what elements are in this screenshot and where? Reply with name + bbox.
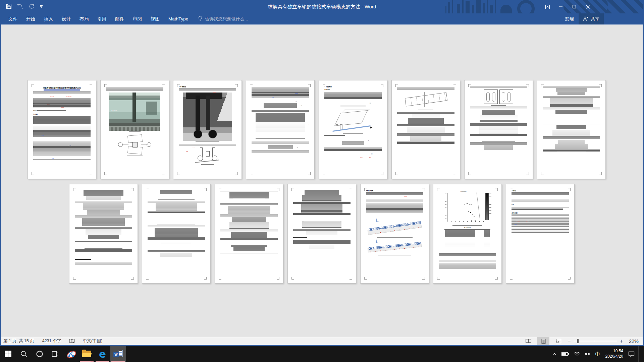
text-lines — [324, 149, 382, 151]
page-thumbnail-8[interactable] — [537, 80, 606, 179]
read-mode-button[interactable] — [522, 337, 534, 345]
eigenvalues-chart: Eigenvalues — [443, 190, 492, 225]
page-thumbnail-5[interactable]: 3 车辆模型3.1 运动学(5)(6)(7) — [319, 80, 387, 179]
undo-icon[interactable] — [17, 3, 23, 10]
page-thumbnail-4[interactable]: (1)(2)(3)(4) — [246, 80, 315, 179]
zoom-in-button[interactable]: + — [620, 339, 623, 344]
text-lines — [543, 136, 600, 140]
text-lines — [33, 92, 91, 104]
equation-block — [484, 145, 513, 150]
taskbar-task-view-button[interactable] — [47, 346, 63, 362]
page-thumbnail-1[interactable]: 求解具有独立旋转车轮的铰接式车辆模态的方法关键词:1 介绍 — [28, 80, 96, 179]
text-lines — [148, 226, 205, 228]
action-center-icon[interactable] — [626, 351, 637, 357]
minimize-icon[interactable] — [554, 0, 568, 13]
web-layout-button[interactable] — [552, 337, 565, 345]
text-lines — [220, 252, 278, 254]
equation-block — [86, 230, 121, 235]
text-lines — [75, 249, 132, 252]
zoom-out-button[interactable]: − — [568, 339, 571, 344]
proofing-status-icon[interactable] — [69, 339, 75, 344]
zoom-slider-handle[interactable] — [577, 339, 579, 343]
page-thumbnail-3[interactable]: 2 车辆模型 — [173, 80, 242, 179]
ime-indicator[interactable]: 中 — [593, 351, 603, 357]
zoom-slider-track[interactable] — [574, 341, 617, 341]
spacer — [252, 99, 309, 99]
references-list — [512, 215, 569, 233]
tab-review[interactable]: 审阅 — [128, 13, 146, 24]
ribbon-right: 彭璨 共享 — [565, 13, 604, 24]
page-thumbnail-2[interactable]: ustom — [100, 80, 169, 179]
page-thumbnail-15[interactable]: 5 结论致谢参考文献 — [506, 184, 575, 284]
page-thumbnail-14[interactable]: Eigenvalues表 1 模型参数 — [433, 184, 502, 284]
save-icon[interactable] — [6, 3, 12, 10]
user-name[interactable]: 彭璨 — [565, 16, 574, 22]
taskbar-start-button[interactable] — [0, 346, 16, 362]
frames-diagram — [483, 88, 515, 105]
tab-home[interactable]: 开始 — [22, 13, 40, 24]
tab-insert[interactable]: 插入 — [40, 13, 57, 24]
text-lines — [543, 86, 600, 88]
tab-design[interactable]: 设计 — [57, 13, 75, 24]
page-thumbnail-11[interactable] — [215, 184, 283, 284]
page-thumbnail-9[interactable] — [69, 184, 138, 284]
battery-icon[interactable] — [559, 352, 572, 356]
titlebar: 求解具有独立车轮的铰接式车辆模态的方法 - Word — [0, 0, 644, 13]
equation-block — [306, 232, 337, 236]
wifi-icon[interactable] — [572, 352, 582, 357]
page-thumbnail-6[interactable] — [391, 80, 460, 179]
redo-icon[interactable] — [29, 3, 35, 10]
equation-block — [86, 196, 121, 200]
tab-mailings[interactable]: 邮件 — [111, 13, 128, 24]
equation-block — [309, 245, 334, 248]
show-desktop-button[interactable] — [638, 346, 641, 362]
text-lines — [220, 215, 278, 217]
zoom-slider-center-tick — [595, 340, 595, 342]
text-lines — [75, 227, 132, 229]
print-layout-button[interactable] — [537, 337, 549, 345]
tab-layout[interactable]: 布局 — [75, 13, 93, 24]
customize-quick-access-icon[interactable] — [40, 4, 43, 10]
page-thumbnail-13[interactable]: 4 模型结果 — [360, 184, 429, 284]
taskbar-cortana-button[interactable] — [32, 346, 47, 362]
text-lines — [324, 146, 382, 149]
artic-top-diagram — [117, 134, 152, 155]
zoom-percent[interactable]: 22% — [626, 339, 639, 344]
equation-block — [161, 240, 191, 244]
text-lines — [470, 142, 527, 144]
page-thumbnail-12[interactable] — [287, 184, 356, 284]
close-icon[interactable] — [581, 0, 594, 13]
language-status[interactable]: 中文(中国) — [83, 338, 102, 344]
tell-me-box[interactable]: 告诉我您想要做什么... — [198, 16, 248, 22]
window-border-left — [0, 0, 1, 346]
text-lines — [512, 192, 569, 202]
page-thumbnail-10[interactable] — [142, 184, 211, 284]
taskbar-search-button[interactable] — [16, 346, 32, 362]
taskbar-edge-button[interactable]: e — [95, 346, 110, 362]
equation-block — [82, 218, 125, 226]
page-number-status[interactable]: 第 1 页, 共 15 页 — [3, 338, 34, 344]
equation-block — [556, 125, 586, 129]
volume-icon[interactable] — [582, 352, 593, 356]
share-button[interactable]: 共享 — [579, 13, 604, 24]
taskbar-snipping-app-icon[interactable] — [63, 346, 79, 362]
document-canvas[interactable]: 求解具有独立旋转车轮的铰接式车辆模态的方法关键词:1 介绍ustom2 车辆模型… — [0, 24, 644, 337]
tab-mathtype[interactable]: MathType — [164, 13, 193, 24]
page-thumbnail-7[interactable] — [464, 80, 533, 179]
lightbulb-icon — [198, 16, 203, 22]
equation-block — [551, 115, 592, 122]
ribbon-display-options-icon[interactable] — [541, 0, 554, 13]
tab-references[interactable]: 引用 — [93, 13, 111, 24]
taskbar-word-button[interactable]: W — [110, 346, 126, 362]
equation-block — [407, 127, 445, 133]
maximize-icon[interactable] — [568, 0, 581, 13]
taskbar-clock[interactable]: 10:54 2020/4/20 — [603, 349, 626, 359]
text-lines — [439, 253, 496, 262]
hidden-icons-chevron-icon[interactable] — [550, 352, 559, 356]
tab-file[interactable]: 文件 — [4, 13, 22, 24]
text-lines — [293, 213, 351, 215]
word-count-status[interactable]: 4231 个字 — [42, 338, 61, 344]
tab-view[interactable]: 视图 — [146, 13, 164, 24]
status-left: 第 1 页, 共 15 页 4231 个字 中文(中国) — [3, 338, 110, 344]
taskbar-file-explorer-button[interactable] — [79, 346, 95, 362]
